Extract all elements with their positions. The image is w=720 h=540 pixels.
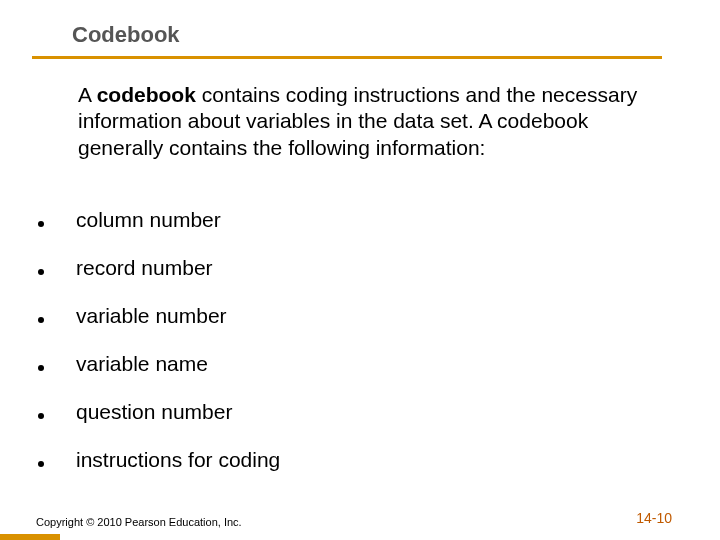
slide-title: Codebook [72,22,180,48]
bullet-icon [38,269,44,275]
intro-prefix: A [78,83,97,106]
copyright-text: Copyright © 2010 Pearson Education, Inc. [36,516,242,528]
bullet-icon [38,221,44,227]
list-item: question number [38,400,668,424]
intro-paragraph: A codebook contains coding instructions … [78,82,648,161]
bullet-icon [38,461,44,467]
list-item: column number [38,208,668,232]
bullet-icon [38,317,44,323]
bullet-text: variable name [76,352,208,376]
intro-lead-word: codebook [97,83,196,106]
title-underline [32,56,662,59]
bullet-text: question number [76,400,232,424]
bullet-text: record number [76,256,213,280]
list-item: record number [38,256,668,280]
bullet-text: column number [76,208,221,232]
bullet-icon [38,365,44,371]
bullet-text: variable number [76,304,227,328]
bullet-icon [38,413,44,419]
list-item: variable name [38,352,668,376]
list-item: instructions for coding [38,448,668,472]
accent-bar [0,534,60,540]
slide: Codebook A codebook contains coding inst… [0,0,720,540]
bullet-list: column number record number variable num… [38,208,668,496]
list-item: variable number [38,304,668,328]
page-number: 14-10 [636,510,672,526]
bullet-text: instructions for coding [76,448,280,472]
